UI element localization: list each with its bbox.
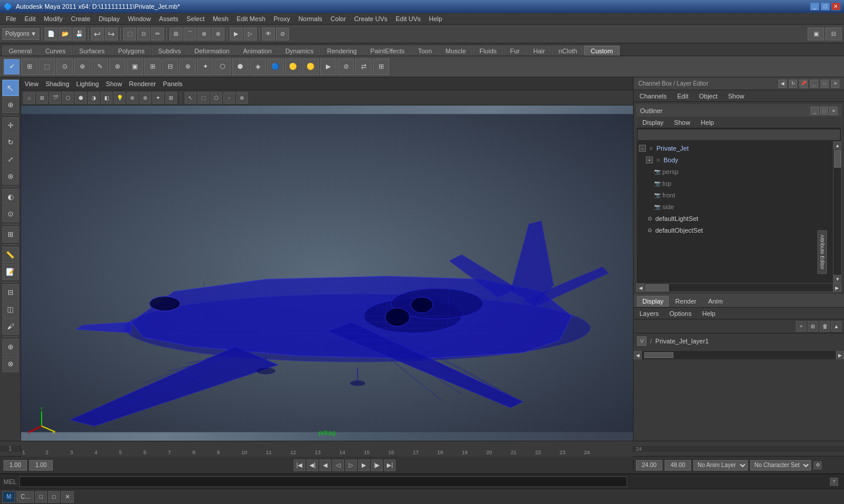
shelf-icon-3[interactable]: ⬚ xyxy=(39,59,55,75)
shelf-icon-17[interactable]: 🟡 xyxy=(285,59,301,75)
select-btn[interactable]: ⬚ xyxy=(123,28,136,40)
next-key-btn[interactable]: |▶ xyxy=(371,459,383,471)
cb-tab-channels[interactable]: Channels xyxy=(637,91,669,101)
shelf-tab-subdivs[interactable]: Subdivs xyxy=(152,46,188,56)
shelf-icon-8[interactable]: ▣ xyxy=(127,59,143,75)
extra-btn-2[interactable]: ⊗ xyxy=(2,356,19,372)
vp-home-btn[interactable]: ⌂ xyxy=(23,92,35,104)
shelf-tab-curves[interactable]: Curves xyxy=(39,46,72,56)
paint-select-tool[interactable]: ⊕ xyxy=(2,97,19,113)
current-time-field[interactable] xyxy=(4,460,27,471)
playback-options-btn[interactable]: ⚙ xyxy=(814,461,822,469)
prev-frame-btn[interactable]: ◀ xyxy=(319,459,331,471)
layer-menu-layers[interactable]: Layers xyxy=(637,309,661,318)
expand-private-jet[interactable]: - xyxy=(639,145,646,152)
quick-sel-btn[interactable]: ◫ xyxy=(2,301,19,318)
anim-layer-dropdown[interactable]: No Anim Layer xyxy=(693,460,748,471)
menu-modify[interactable]: Modify xyxy=(40,14,66,23)
isolate-btn[interactable]: ⊘ xyxy=(276,28,289,40)
vp-texture-btn[interactable]: ◧ xyxy=(101,92,113,104)
cb-maximize-btn[interactable]: □ xyxy=(821,80,829,88)
mode-dropdown[interactable]: Polygons ▼ xyxy=(2,28,39,40)
new-file-btn[interactable]: 📄 xyxy=(45,28,57,40)
rotate-tool[interactable]: ↻ xyxy=(2,134,19,151)
outliner-minimize-btn[interactable]: _ xyxy=(811,107,819,115)
select-tool[interactable]: ↖ xyxy=(2,80,19,96)
go-start-btn[interactable]: |◀ xyxy=(294,459,305,471)
char-set-dropdown[interactable]: No Character Set xyxy=(750,460,811,471)
close-button[interactable]: ✕ xyxy=(831,2,840,11)
outliner-menu-display[interactable]: Display xyxy=(640,118,666,127)
layer-menu-options[interactable]: Options xyxy=(667,309,694,318)
layer-tab-render[interactable]: Render xyxy=(670,296,702,307)
cb-tab-edit[interactable]: Edit xyxy=(675,91,690,101)
shelf-tab-general[interactable]: General xyxy=(2,46,38,56)
cb-tab-show[interactable]: Show xyxy=(726,91,747,101)
menu-mesh[interactable]: Mesh xyxy=(209,14,232,23)
menu-create[interactable]: Create xyxy=(67,14,94,23)
cb-minimize-btn[interactable]: _ xyxy=(810,80,818,88)
shelf-tab-fluids[interactable]: Fluids xyxy=(473,46,503,56)
mel-input[interactable] xyxy=(19,476,627,487)
shelf-tab-surfaces[interactable]: Surfaces xyxy=(73,46,111,56)
timeline-ruler[interactable]: 1 2 3 4 5 6 7 8 9 10 11 12 13 14 15 16 1… xyxy=(21,441,633,457)
layer-copy-btn[interactable]: ⊞ xyxy=(808,321,818,332)
outliner-row-front[interactable]: 📷 front xyxy=(637,189,833,201)
vp-uv-btn[interactable]: ⊕ xyxy=(236,92,248,104)
vp-menu-lighting[interactable]: Lighting xyxy=(76,80,99,87)
outliner-row-top[interactable]: 📷 top xyxy=(637,178,833,189)
shelf-tab-deformation[interactable]: Deformation xyxy=(188,46,236,56)
cb-refresh-btn[interactable]: ↻ xyxy=(789,80,797,88)
range-start-field[interactable] xyxy=(29,460,53,471)
menu-normals[interactable]: Normals xyxy=(295,14,326,23)
scroll-left-btn[interactable]: ◀ xyxy=(637,284,645,292)
shelf-tab-painteffects[interactable]: PaintEffects xyxy=(364,46,411,56)
vp-edge-btn[interactable]: ⬡ xyxy=(210,92,222,104)
menu-color[interactable]: Color xyxy=(327,14,349,23)
vp-iso-btn[interactable]: ⊞ xyxy=(165,92,177,104)
layer-scroll-left[interactable]: ◀ xyxy=(634,351,642,359)
vp-menu-panels[interactable]: Panels xyxy=(163,80,183,87)
shelf-icon-9[interactable]: ⊞ xyxy=(144,59,161,75)
vp-wire-btn[interactable]: ⬢ xyxy=(75,92,87,104)
shelf-icon-13[interactable]: ⬡ xyxy=(215,59,231,75)
extra-btn-1[interactable]: ⊕ xyxy=(2,339,19,355)
outliner-row-side[interactable]: 📷 side xyxy=(637,201,833,213)
open-file-btn[interactable]: 📂 xyxy=(59,28,72,40)
annotation-tool[interactable]: 📝 xyxy=(2,264,19,280)
shelf-icon-12[interactable]: ✦ xyxy=(197,59,213,75)
outliner-menu-show[interactable]: Show xyxy=(672,118,693,127)
scroll-right-btn[interactable]: ▶ xyxy=(833,284,841,292)
menu-create-uvs[interactable]: Create UVs xyxy=(350,14,391,23)
redo-btn[interactable]: ↪ xyxy=(105,28,118,40)
shelf-tab-animation[interactable]: Animation xyxy=(237,46,278,56)
shelf-icon-21[interactable]: ⇄ xyxy=(355,59,372,75)
snap-point-btn[interactable]: ⊕ xyxy=(198,28,210,40)
vp-shaded-btn[interactable]: ◑ xyxy=(88,92,100,104)
show-manip-tool[interactable]: ⊞ xyxy=(2,226,19,243)
cb-arrow-btn[interactable]: ◀ xyxy=(778,80,787,88)
outliner-row-body[interactable]: + ○ Body xyxy=(637,154,833,166)
shelf-icon-6[interactable]: ✎ xyxy=(91,59,108,75)
layer-tab-anim[interactable]: Anim xyxy=(703,296,728,307)
soft-mod-tool[interactable]: ◐ xyxy=(2,189,19,205)
scroll-hthumb[interactable] xyxy=(645,284,669,291)
lasso-btn[interactable]: ⊙ xyxy=(137,28,150,40)
menu-edit-mesh[interactable]: Edit Mesh xyxy=(233,14,269,23)
menu-file[interactable]: File xyxy=(2,14,20,23)
layers-btn[interactable]: ⊟ xyxy=(2,284,19,301)
outliner-menu-help[interactable]: Help xyxy=(699,118,717,127)
viewport-canvas[interactable]: pdrag Y Z X xyxy=(21,105,633,441)
menu-window[interactable]: Window xyxy=(124,14,154,23)
shelf-icon-4[interactable]: ⊙ xyxy=(56,59,73,75)
outliner-row-objectset[interactable]: ⊙ defaultObjectSet xyxy=(637,224,833,236)
shelf-icon-7[interactable]: ⊗ xyxy=(109,59,125,75)
cb-tab-object[interactable]: Object xyxy=(696,91,720,101)
shelf-icon-16[interactable]: 🔵 xyxy=(267,59,284,75)
layer-menu-help[interactable]: Help xyxy=(700,309,718,318)
universal-tool[interactable]: ⊛ xyxy=(2,168,19,185)
taskbar-script-editor-label[interactable]: C... xyxy=(16,491,34,503)
outliner-row-private-jet[interactable]: - ○ Private_Jet xyxy=(637,142,833,154)
outliner-scrollbar-h[interactable]: ◀ ▶ xyxy=(637,283,841,291)
shelf-tab-rendering[interactable]: Rendering xyxy=(321,46,363,56)
